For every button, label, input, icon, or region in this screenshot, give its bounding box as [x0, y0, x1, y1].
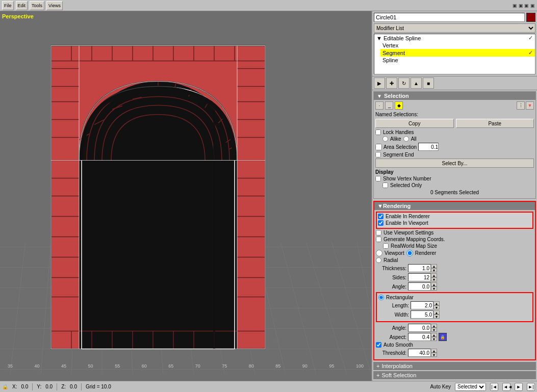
width-down[interactable]: ▼ [433, 315, 440, 319]
rectangular-label: Rectangular [386, 295, 414, 300]
tree-vertex[interactable]: Vertex [380, 42, 535, 49]
play-btn[interactable]: ► [515, 383, 523, 391]
tree-spline[interactable]: Spline [380, 57, 535, 64]
thickness-input[interactable] [408, 264, 431, 272]
auto-smooth-check[interactable] [376, 342, 381, 348]
thickness-up[interactable]: ▲ [431, 264, 437, 268]
angle2-label: Angle: [376, 325, 406, 331]
toolbar-right-icons: ▣ ▣ ▣ ▣ [513, 3, 535, 8]
lock-aspect-btn[interactable]: 🔒 [439, 333, 447, 341]
icon-scale[interactable]: ▲ [411, 77, 422, 89]
edit-btn[interactable]: Edit [16, 1, 28, 10]
mode-segment-icon[interactable]: ⎯ [385, 101, 393, 110]
real-world-label: RealWorld Map Size [391, 243, 437, 249]
real-world-check[interactable] [383, 243, 389, 249]
icon-rotate[interactable]: ↻ [398, 77, 410, 89]
z-value: 0.0 [70, 384, 77, 389]
interpolation-section[interactable]: + Interpolation [373, 362, 536, 370]
segment-end-check[interactable] [375, 152, 381, 158]
sel-mode-icon2[interactable]: ▼ [526, 101, 534, 110]
icon-properties[interactable]: ■ [423, 77, 434, 89]
thickness-down[interactable]: ▼ [431, 268, 437, 272]
rendering-header[interactable]: ▼ Rendering [374, 202, 535, 210]
views-btn[interactable]: Views [46, 1, 63, 10]
viewport-radio[interactable] [376, 250, 382, 256]
selection-section: ▼ Selection · ⎯ ◆ ⋮ ▼ [373, 91, 536, 199]
angle2-down[interactable]: ▼ [431, 328, 437, 332]
sides-down[interactable]: ▼ [431, 277, 437, 281]
sides-up[interactable]: ▲ [431, 273, 437, 277]
viewport[interactable]: Perspective 3540455055 6065707580 859095… [0, 11, 371, 381]
paste-btn[interactable]: Paste [456, 119, 534, 128]
tree-segment[interactable]: Segment ✓ [380, 49, 535, 57]
angle-input[interactable] [408, 282, 431, 291]
width-up[interactable]: ▲ [433, 310, 440, 315]
icon-move[interactable]: ✚ [386, 77, 397, 89]
copy-btn[interactable]: Copy [375, 119, 454, 128]
rendering-title: Rendering [383, 203, 411, 209]
lock-handles-check[interactable] [375, 129, 381, 135]
width-input[interactable] [411, 310, 433, 319]
angle2-input[interactable] [408, 324, 431, 332]
mode-vertex-icon[interactable]: · [375, 101, 383, 110]
viewport-radio-label: Viewport [385, 250, 404, 256]
select-by-btn[interactable]: Select By... [375, 159, 534, 168]
modifier-tree[interactable]: ▼ Editable Spline ✓ Vertex Segment ✓ Spl… [374, 34, 535, 74]
aspect-up[interactable]: ▲ [431, 333, 437, 337]
sides-label: Sides: [376, 275, 406, 280]
soft-sel-title: Soft Selection [381, 372, 416, 378]
threshold-up[interactable]: ▲ [431, 349, 437, 353]
length-down[interactable]: ▼ [433, 305, 440, 309]
sel-mode-icon1[interactable]: ⋮ [517, 101, 525, 110]
length-up[interactable]: ▲ [433, 301, 440, 305]
threshold-down[interactable]: ▼ [431, 353, 437, 357]
icon-select[interactable]: ▶ [374, 77, 385, 89]
aspect-input[interactable] [408, 333, 431, 341]
length-label: Length: [378, 303, 409, 308]
color-swatch[interactable] [526, 13, 535, 22]
mode-spline-icon[interactable]: ◆ [395, 101, 403, 110]
selected-only-check[interactable] [382, 182, 388, 188]
segments-info: 0 Segments Selected [375, 190, 534, 195]
radial-radio[interactable] [376, 257, 381, 263]
all-label: All [411, 136, 417, 142]
angle-up[interactable]: ▲ [431, 282, 437, 286]
renderer-radio[interactable] [406, 250, 413, 256]
play-back-btn[interactable]: ◄◄ [502, 383, 510, 391]
enable-renderer-check[interactable] [378, 214, 383, 219]
tree-editable-spline[interactable]: ▼ Editable Spline ✓ [374, 34, 535, 42]
rectangular-radio[interactable] [378, 295, 384, 300]
thickness-label: Thickness: [376, 266, 406, 271]
gen-mapping-check[interactable] [376, 237, 381, 242]
angle2-up[interactable]: ▲ [431, 324, 437, 328]
alike-radio[interactable] [382, 136, 388, 142]
object-name-input[interactable] [374, 13, 525, 22]
soft-selection-section[interactable]: + Soft Selection [373, 371, 536, 379]
selection-header[interactable]: ▼ Selection [374, 92, 535, 100]
threshold-label: Threshold: [376, 350, 406, 356]
all-radio[interactable] [403, 136, 409, 142]
selection-title: Selection [384, 93, 409, 99]
use-viewport-check[interactable] [376, 230, 381, 236]
y-value: 0.0 [45, 384, 53, 389]
threshold-input[interactable] [408, 349, 431, 357]
tools-btn[interactable]: Tools [30, 1, 44, 10]
alike-label: Alike [390, 136, 401, 142]
aspect-down[interactable]: ▼ [431, 337, 437, 341]
file-btn[interactable]: File [2, 1, 14, 10]
x-value: 0.0 [21, 384, 28, 389]
viewport-label: Perspective [2, 13, 34, 19]
angle-down[interactable]: ▼ [431, 286, 437, 291]
sides-input[interactable] [408, 273, 431, 281]
enable-viewport-check[interactable] [378, 220, 383, 226]
next-frame-btn[interactable]: ►| [527, 383, 535, 391]
length-input[interactable] [411, 301, 433, 309]
prev-frame-btn[interactable]: |◄ [490, 383, 498, 391]
status-bar: 🔒 X: 0.0 Y: 0.0 Z: 0.0 Grid = 10.0 Auto … [0, 381, 537, 392]
area-sel-input[interactable] [418, 143, 439, 151]
area-sel-check[interactable] [375, 144, 382, 150]
modifier-dropdown[interactable]: Modifier List [374, 23, 535, 33]
show-vertex-check[interactable] [375, 176, 381, 181]
segment-end-label: Segment End [383, 152, 414, 158]
selected-dropdown[interactable]: Selected [455, 383, 486, 391]
